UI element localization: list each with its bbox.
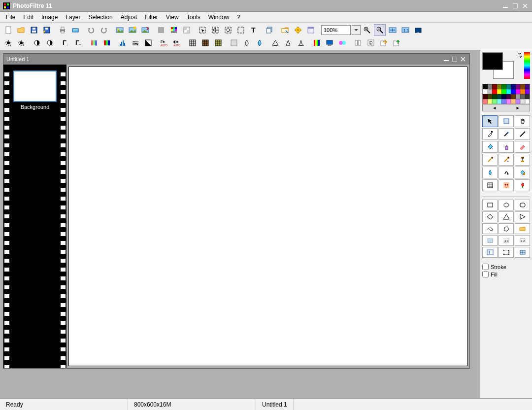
palette-color[interactable] <box>483 94 488 99</box>
color-palette[interactable] <box>482 84 530 104</box>
foreground-color-swatch[interactable] <box>482 52 503 70</box>
palette-color[interactable] <box>506 89 511 94</box>
art-tool-icon[interactable] <box>515 179 530 191</box>
close-button[interactable] <box>521 2 529 10</box>
contrast-minus-icon[interactable]: - <box>31 37 43 49</box>
palette-color[interactable] <box>492 89 497 94</box>
shape-lasso-icon[interactable] <box>482 223 498 234</box>
auto-levels-icon[interactable]: Γ±AUTO <box>158 37 170 49</box>
export1-icon[interactable] <box>378 37 390 49</box>
menu-edit[interactable]: Edit <box>19 13 37 22</box>
preferences-icon[interactable] <box>305 24 317 36</box>
menu-filter[interactable]: Filter <box>141 13 162 22</box>
minimize-button[interactable] <box>501 2 509 10</box>
stamp-tool-icon[interactable] <box>515 154 530 166</box>
palette-color[interactable] <box>520 94 525 99</box>
fullscreen-icon[interactable] <box>412 24 424 36</box>
palette-color[interactable] <box>525 94 530 99</box>
grayscale-icon[interactable] <box>142 37 154 49</box>
redo-icon[interactable] <box>98 24 110 36</box>
stroke-checkbox[interactable]: Stroke <box>482 264 530 270</box>
hand-tool-icon[interactable] <box>515 115 530 127</box>
drop-fill-icon[interactable] <box>254 37 266 49</box>
bucket-tool-icon[interactable] <box>482 141 498 153</box>
shape-rect-icon[interactable] <box>482 200 498 210</box>
shape-diamond-icon[interactable] <box>482 211 498 222</box>
open-file-icon[interactable] <box>15 24 27 36</box>
canvas[interactable] <box>68 67 467 366</box>
saturation-plus-icon[interactable]: + <box>101 37 113 49</box>
advanced-brush-tool-icon[interactable]: + <box>499 154 514 166</box>
palette-color[interactable] <box>511 94 516 99</box>
palette-color[interactable] <box>511 99 516 104</box>
palette-color[interactable] <box>501 94 506 99</box>
palette-color[interactable] <box>497 84 502 89</box>
zoom-dropdown[interactable] <box>352 25 361 35</box>
palette-color[interactable] <box>501 99 506 104</box>
effect-icon[interactable] <box>336 37 348 49</box>
shape-roundrect-icon[interactable] <box>515 200 530 210</box>
smudge-tool-icon[interactable] <box>499 167 514 178</box>
menu-help[interactable]: ? <box>233 13 244 22</box>
palette-color[interactable] <box>525 84 530 89</box>
explorer-icon[interactable] <box>279 24 291 36</box>
clone-tool-icon[interactable] <box>515 167 530 178</box>
doc-maximize-icon[interactable] <box>451 56 458 63</box>
blur-tool-icon[interactable] <box>482 167 498 178</box>
new-file-icon[interactable] <box>2 24 14 36</box>
shape-text-icon[interactable]: I <box>482 247 498 258</box>
copyright-icon[interactable]: © <box>365 37 377 49</box>
palette-color[interactable] <box>483 84 488 89</box>
gamma-plus-icon[interactable]: Γ+ <box>72 37 84 49</box>
line-tool-icon[interactable] <box>515 128 530 140</box>
text-tool-icon[interactable]: T <box>248 24 260 36</box>
palette-color[interactable] <box>520 89 525 94</box>
shape-transform-icon[interactable] <box>499 247 514 258</box>
palette-color[interactable] <box>492 99 497 104</box>
save-icon[interactable] <box>28 24 40 36</box>
layer-thumbnail[interactable] <box>13 70 57 102</box>
contrast-plus-icon[interactable]: + <box>44 37 56 49</box>
shape-ellipse-icon[interactable] <box>499 200 514 210</box>
gradient-bar[interactable] <box>524 52 530 79</box>
brightness-plus-icon[interactable]: + <box>15 37 27 49</box>
shape-opt2-icon[interactable]: 4:3 <box>499 235 514 246</box>
shape-folder-icon[interactable] <box>515 223 530 234</box>
menu-selection[interactable]: Selection <box>84 13 116 22</box>
move-tool-icon[interactable] <box>209 24 221 36</box>
actual-size-icon[interactable]: 1:1 <box>399 24 411 36</box>
palette-color[interactable] <box>501 84 506 89</box>
deform-tool-icon[interactable] <box>482 179 498 191</box>
palette-color[interactable] <box>506 84 511 89</box>
zoom-value[interactable]: 100% <box>321 25 351 35</box>
plugin-icon[interactable] <box>292 24 304 36</box>
grid1-icon[interactable] <box>187 37 199 49</box>
shape-polygon-icon[interactable] <box>499 223 514 234</box>
shape-triangle-icon[interactable] <box>499 211 514 222</box>
image3-icon[interactable] <box>139 24 151 36</box>
palette-color[interactable] <box>497 99 502 104</box>
sharpen1-icon[interactable] <box>269 37 281 49</box>
eraser-tool-icon[interactable] <box>515 141 530 153</box>
doc-close-icon[interactable] <box>460 56 466 63</box>
palette-color[interactable] <box>483 99 488 104</box>
brightness-minus-icon[interactable]: - <box>2 37 14 49</box>
selection-tool-icon[interactable] <box>197 24 208 36</box>
scanner-icon[interactable] <box>69 24 81 36</box>
doc-minimize-icon[interactable] <box>443 56 450 63</box>
zoom-in-icon[interactable] <box>361 24 373 36</box>
palette-color[interactable] <box>488 89 493 94</box>
brush-tool-icon[interactable] <box>482 154 498 166</box>
shape-opt3-icon[interactable]: 3:2 <box>515 235 530 246</box>
maximize-button[interactable] <box>511 2 519 10</box>
book-icon[interactable] <box>352 37 364 49</box>
palette-color[interactable] <box>488 84 493 89</box>
pointer-tool-icon[interactable] <box>482 115 498 127</box>
fit-window-icon[interactable] <box>387 24 399 36</box>
palette-prev[interactable]: ◄ <box>483 104 506 111</box>
menu-image[interactable]: Image <box>37 13 62 22</box>
palette-color[interactable] <box>520 99 525 104</box>
print-icon[interactable] <box>57 24 68 36</box>
export2-icon[interactable] <box>391 37 402 49</box>
palette-color[interactable] <box>520 84 525 89</box>
